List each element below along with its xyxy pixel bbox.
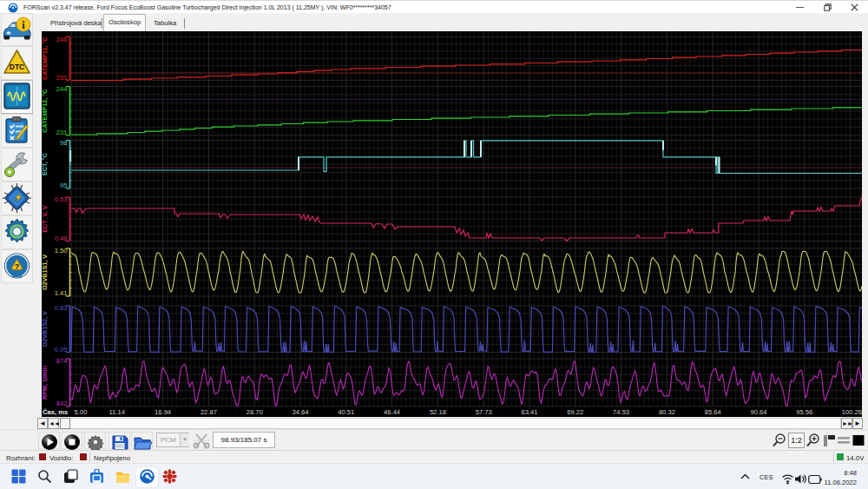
svg-text:57.73: 57.73	[476, 408, 492, 416]
svg-text:CATEMP11, °C: CATEMP11, °C	[42, 37, 49, 80]
svg-text:11.14: 11.14	[109, 408, 125, 416]
svg-text:?: ?	[14, 261, 19, 270]
svg-text:1.50: 1.50	[55, 247, 68, 254]
svg-text:ECT, °C: ECT, °C	[42, 153, 49, 175]
svg-text:90.64: 90.64	[750, 408, 766, 416]
svg-text:5.00: 5.00	[75, 408, 88, 416]
svg-text:O2VB1S2, V: O2VB1S2, V	[42, 311, 49, 347]
svg-text:246: 246	[56, 36, 68, 43]
svg-text:28.70: 28.70	[247, 408, 263, 416]
svg-text:95: 95	[60, 182, 67, 189]
svg-text:100.26: 100.26	[842, 408, 862, 416]
svg-text:ECT_V, V: ECT_V, V	[42, 205, 49, 232]
svg-text:98: 98	[60, 139, 67, 147]
svg-text:40.51: 40.51	[338, 408, 354, 416]
svg-text:244: 244	[56, 85, 68, 93]
svg-text:CATEMP12, °C: CATEMP12, °C	[42, 89, 49, 133]
svg-text:85.64: 85.64	[705, 408, 721, 416]
svg-text:95.56: 95.56	[796, 408, 812, 416]
svg-text:874: 874	[56, 357, 68, 365]
svg-text:231: 231	[56, 129, 68, 136]
svg-text:0.48: 0.48	[55, 235, 68, 242]
svg-text:0.05: 0.05	[55, 346, 68, 354]
svg-text:0.53: 0.53	[55, 195, 68, 203]
svg-text:Čas, ms: Čas, ms	[43, 408, 68, 416]
svg-text:RPM, 1/min: RPM, 1/min	[42, 366, 49, 400]
svg-text:16.94: 16.94	[155, 408, 171, 416]
svg-text:0.83: 0.83	[55, 304, 68, 312]
svg-text:22.87: 22.87	[201, 408, 217, 416]
svg-text:52.18: 52.18	[430, 408, 446, 416]
svg-text:O2VB1S1, V: O2VB1S1, V	[42, 254, 49, 290]
svg-text:231: 231	[56, 74, 68, 82]
svg-text:34.64: 34.64	[292, 408, 308, 416]
svg-text:69.22: 69.22	[567, 408, 583, 416]
svg-text:1.41: 1.41	[55, 289, 68, 297]
svg-text:842: 842	[56, 400, 68, 407]
svg-text:46.44: 46.44	[384, 408, 400, 416]
svg-text:DTC: DTC	[9, 63, 23, 71]
svg-text:63.41: 63.41	[521, 408, 537, 416]
svg-text:74.53: 74.53	[613, 408, 629, 416]
svg-text:80.32: 80.32	[659, 408, 675, 416]
